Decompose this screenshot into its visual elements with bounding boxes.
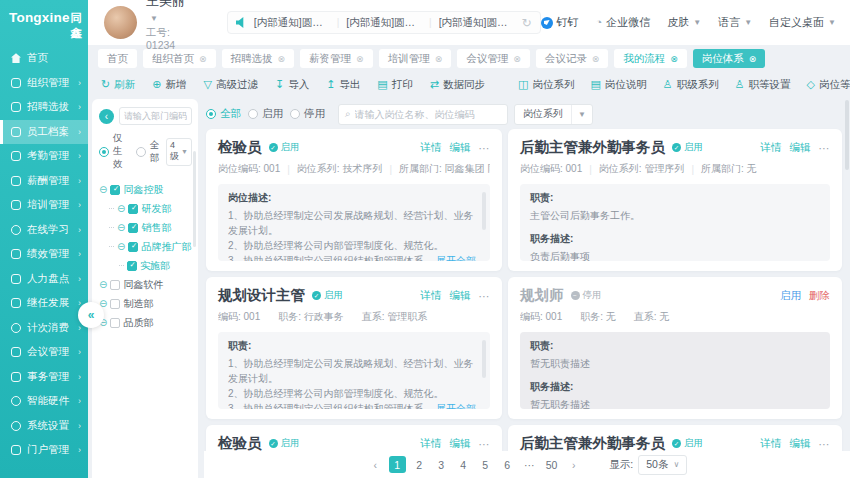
series-select[interactable]: 岗位系列 ▼ [514, 104, 593, 125]
page-prev-button[interactable]: ‹ [367, 456, 384, 473]
sidebar-item-employee-file[interactable]: 员工档案› [0, 120, 88, 145]
tree-expand-icon[interactable]: ⊖ [117, 204, 125, 214]
tool-refresh[interactable]: ↻刷新 [101, 78, 135, 92]
tree-node-制造部[interactable]: ⊖制造部 [99, 294, 192, 313]
编辑-link[interactable]: 编辑 [450, 141, 471, 155]
tree-scrollbar[interactable] [193, 151, 196, 247]
tree-checkbox[interactable] [127, 261, 137, 271]
tool-tag[interactable]: ◇岗位等级设置 [807, 78, 850, 92]
tab-我的流程[interactable]: 我的流程⊗ [614, 49, 687, 68]
sidebar-item-performance[interactable]: 绩效管理› [0, 242, 88, 267]
sidebar-item-settings[interactable]: 系统设置› [0, 414, 88, 439]
tree-node-实施部[interactable]: 实施部 [119, 256, 192, 275]
quick-link-钉钉[interactable]: 钉钉 [541, 15, 579, 30]
status-filter-启用[interactable]: 启用 [248, 107, 283, 121]
sidebar-item-succession[interactable]: 继任发展› [0, 291, 88, 316]
user-name-dropdown[interactable]: 王美丽▼ [146, 0, 193, 25]
description-scrollbar[interactable] [482, 340, 486, 378]
more-actions-icon[interactable]: ⋯ [479, 290, 491, 302]
tree-expand-icon[interactable]: ⊖ [99, 185, 107, 195]
sidebar-item-training[interactable]: 培训管理› [0, 193, 88, 218]
page-button-4[interactable]: 4 [455, 456, 472, 473]
tab-close-icon[interactable]: ⊗ [278, 54, 286, 64]
page-next-button[interactable]: › [565, 456, 582, 473]
tab-close-icon[interactable]: ⊗ [356, 54, 364, 64]
page-button-5[interactable]: 5 [477, 456, 494, 473]
详情-link[interactable]: 详情 [421, 437, 442, 451]
删除-link[interactable]: 删除 [809, 289, 830, 303]
tree-checkbox[interactable] [128, 223, 138, 233]
quick-link-企业微信[interactable]: ◔企业微信 [596, 15, 651, 30]
sidebar-item-home[interactable]: 首页 [0, 46, 88, 71]
tree-node-品牌推广部[interactable]: ⊖品牌推广部 [109, 237, 192, 256]
page-button-50[interactable]: 50 [543, 456, 561, 473]
tab-岗位体系[interactable]: 岗位体系⊗ [693, 49, 766, 68]
page-scrollbar[interactable] [845, 100, 849, 170]
tree-checkbox[interactable] [110, 280, 120, 290]
tree-node-研发部[interactable]: ⊖研发部 [109, 199, 192, 218]
tree-checkbox[interactable] [110, 185, 120, 195]
status-filter-全部[interactable]: 全部 [206, 107, 241, 121]
tool-filter[interactable]: ▽高级过滤 [203, 78, 257, 92]
sidebar-item-recruit[interactable]: 招聘选拔› [0, 95, 88, 120]
more-actions-icon[interactable]: ⋯ [819, 142, 831, 154]
tab-招聘选拔[interactable]: 招聘选拔⊗ [222, 49, 295, 68]
tree-checkbox[interactable] [110, 318, 120, 328]
tab-close-icon[interactable]: ⊗ [513, 54, 521, 64]
sidebar-item-meeting[interactable]: 会议管理› [0, 340, 88, 365]
tool-sync[interactable]: ⇄数据同步 [430, 78, 485, 92]
tree-expand-icon[interactable]: ⊖ [117, 223, 125, 233]
radio-全部[interactable] [136, 147, 146, 157]
notice-item[interactable]: [内部通知]圆满成功举办省人协会员... [346, 16, 422, 30]
tool-import[interactable]: ↧导入 [275, 78, 309, 92]
more-actions-icon[interactable]: ⋯ [479, 438, 491, 450]
tool-person-gear[interactable]: ♙职等设置 [735, 78, 791, 92]
tool-person[interactable]: ♙职级系列 [663, 78, 719, 92]
sidebar-item-salary[interactable]: 薪酬管理› [0, 169, 88, 194]
详情-link[interactable]: 详情 [421, 289, 442, 303]
back-icon[interactable]: ‹ [99, 109, 114, 124]
tool-plus-circle[interactable]: ⊕新增 [152, 78, 186, 92]
sidebar-item-portal[interactable]: 门户管理› [0, 438, 88, 463]
详情-link[interactable]: 详情 [421, 141, 442, 155]
tab-会议管理[interactable]: 会议管理⊗ [457, 49, 530, 68]
详情-link[interactable]: 详情 [761, 437, 782, 451]
编辑-link[interactable]: 编辑 [450, 289, 471, 303]
tree-expand-icon[interactable]: ⊖ [99, 280, 107, 290]
quick-link-皮肤[interactable]: 皮肤▼ [667, 15, 701, 30]
more-actions-icon[interactable]: ⋯ [479, 142, 491, 154]
sidebar-item-org[interactable]: 组织管理› [0, 71, 88, 96]
tab-首页[interactable]: 首页 [98, 49, 137, 68]
sidebar-item-attendance[interactable]: 考勤管理› [0, 144, 88, 169]
tree-checkbox[interactable] [128, 242, 138, 252]
tab-close-icon[interactable]: ⊗ [749, 54, 757, 64]
page-size-select[interactable]: 50条∨ [638, 455, 687, 475]
tab-close-icon[interactable]: ⊗ [199, 54, 207, 64]
sidebar-item-affairs[interactable]: 事务管理› [0, 365, 88, 390]
description-scrollbar[interactable] [482, 192, 486, 230]
tab-培训管理[interactable]: 培训管理⊗ [379, 49, 452, 68]
notice-item[interactable]: [内部通知]圆满成功举办省人协会员... [439, 16, 515, 30]
tree-checkbox[interactable] [110, 299, 120, 309]
编辑-link[interactable]: 编辑 [450, 437, 471, 451]
more-actions-icon[interactable]: ⋯ [819, 438, 831, 450]
tree-node-品质部[interactable]: ⊖品质部 [99, 313, 192, 332]
tab-close-icon[interactable]: ⊗ [670, 54, 678, 64]
tree-node-同鑫软件[interactable]: ⊖同鑫软件 [99, 275, 192, 294]
quick-link-语言[interactable]: 语言▼ [718, 15, 752, 30]
tool-briefcase[interactable]: ◫岗位系列 [518, 78, 574, 92]
sidebar-item-hr-inventory[interactable]: 人力盘点› [0, 267, 88, 292]
quick-link-自定义桌面[interactable]: 自定义桌面▼ [769, 15, 836, 30]
refresh-icon[interactable]: ↻ [522, 16, 532, 30]
编辑-link[interactable]: 编辑 [790, 141, 811, 155]
page-button-2[interactable]: 2 [411, 456, 428, 473]
collapse-sidebar-button[interactable]: « [78, 302, 104, 328]
sidebar-item-consumption[interactable]: 计次消费› [0, 316, 88, 341]
tab-组织首页[interactable]: 组织首页⊗ [143, 49, 216, 68]
user-avatar[interactable] [104, 6, 137, 39]
tree-expand-icon[interactable]: ⊖ [117, 242, 125, 252]
notice-item[interactable]: [内部通知]圆满成功举办省人协会员... [254, 16, 330, 30]
tree-level-select[interactable]: 4级▼ [166, 138, 192, 166]
编辑-link[interactable]: 编辑 [790, 437, 811, 451]
radio-仅生效[interactable] [99, 147, 109, 157]
